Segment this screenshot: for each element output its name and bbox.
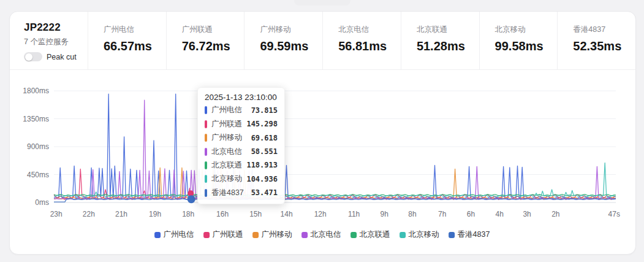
tooltip-series-name: 北京移动 [211, 174, 242, 184]
legend-item-广州联通[interactable]: 广州联通 [203, 229, 243, 240]
monitor-dashboard: JP2222 7 个监控服务 Peak cut 广州电信66.57ms广州联通7… [0, 0, 644, 262]
tooltip-series-name: 香港4837 [211, 188, 244, 198]
latency-chart-canvas[interactable] [0, 0, 644, 262]
tooltip-series-value: 145.298 [246, 120, 278, 128]
legend-label: 北京电信 [311, 229, 341, 240]
series-line-香港4837 [54, 199, 616, 202]
tooltip-series-value: 73.815 [251, 106, 278, 115]
tooltip-series-name: 广州移动 [211, 133, 242, 143]
legend-label: 广州移动 [262, 229, 292, 240]
legend-swatch-icon [252, 232, 259, 238]
legend-label: 广州联通 [213, 229, 243, 240]
tooltip-series-value: 69.618 [251, 134, 278, 142]
tooltip-series-marker-icon [205, 134, 207, 142]
tooltip-timestamp: 2025-1-13 23:10:00 [205, 93, 278, 102]
tooltip-row-北京移动: 北京移动104.936 [205, 174, 278, 184]
tooltip-series-marker-icon [205, 106, 207, 114]
legend-swatch-icon [449, 232, 455, 238]
legend-label: 北京联通 [360, 229, 390, 240]
legend-item-广州移动[interactable]: 广州移动 [252, 229, 292, 240]
tooltip-series-marker-icon [205, 189, 207, 197]
tooltip-series-name: 广州电信 [211, 105, 242, 115]
chart-tooltip: 2025-1-13 23:10:00 广州电信73.815广州联通145.298… [197, 87, 285, 204]
legend-label: 香港4837 [458, 229, 490, 240]
legend-label: 广州电信 [164, 229, 194, 240]
tooltip-series-marker-icon [205, 120, 207, 128]
legend-swatch-icon [203, 232, 210, 238]
legend-label: 北京移动 [409, 229, 439, 240]
tooltip-series-name: 北京电信 [211, 147, 242, 157]
tooltip-row-北京联通: 北京联通118.913 [205, 160, 278, 171]
chart-legend: 广州电信广州联通广州移动北京电信北京联通北京移动香港4837 [154, 229, 490, 240]
tooltip-rows: 广州电信73.815广州联通145.298广州移动69.618北京电信58.55… [205, 105, 278, 198]
legend-item-香港4837[interactable]: 香港4837 [449, 229, 490, 240]
tooltip-row-广州移动: 广州移动69.618 [205, 133, 278, 143]
hover-dot-香港4837 [188, 195, 195, 203]
tooltip-series-value: 53.471 [251, 188, 278, 197]
tooltip-series-marker-icon [205, 161, 207, 169]
tooltip-series-value: 104.936 [246, 175, 278, 183]
legend-item-北京电信[interactable]: 北京电信 [301, 229, 341, 240]
tooltip-series-value: 58.551 [251, 147, 278, 156]
tooltip-row-广州联通: 广州联通145.298 [205, 119, 278, 129]
legend-item-北京联通[interactable]: 北京联通 [350, 229, 390, 240]
legend-swatch-icon [154, 232, 161, 238]
tooltip-series-marker-icon [205, 175, 207, 183]
series-line-北京电信 [54, 100, 616, 199]
tooltip-row-香港4837: 香港483753.471 [205, 188, 278, 198]
legend-item-广州电信[interactable]: 广州电信 [154, 229, 194, 240]
tooltip-series-name: 北京联通 [211, 160, 242, 171]
legend-swatch-icon [400, 232, 406, 238]
tooltip-series-name: 广州联通 [211, 119, 242, 129]
legend-swatch-icon [301, 232, 308, 238]
legend-item-北京移动[interactable]: 北京移动 [400, 229, 439, 240]
tooltip-series-value: 118.913 [246, 161, 278, 169]
legend-swatch-icon [350, 232, 357, 238]
tooltip-series-marker-icon [205, 148, 207, 156]
tooltip-row-北京电信: 北京电信58.551 [205, 147, 278, 157]
tooltip-row-广州电信: 广州电信73.815 [205, 105, 278, 115]
